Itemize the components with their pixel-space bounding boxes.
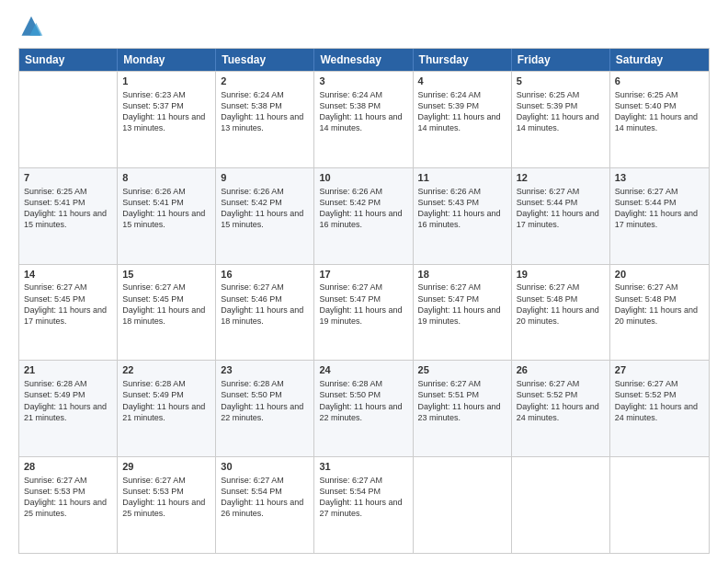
calendar-day-4: 4Sunrise: 6:24 AMSunset: 5:39 PMDaylight… bbox=[414, 72, 512, 167]
calendar-day-29: 29Sunrise: 6:27 AMSunset: 5:53 PMDayligh… bbox=[118, 457, 216, 553]
cell-info: Sunrise: 6:23 AMSunset: 5:37 PMDaylight:… bbox=[122, 89, 210, 134]
cell-info: Sunrise: 6:25 AMSunset: 5:39 PMDaylight:… bbox=[517, 89, 605, 134]
calendar-day-31: 31Sunrise: 6:27 AMSunset: 5:54 PMDayligh… bbox=[314, 457, 413, 553]
calendar-day-13: 13Sunrise: 6:27 AMSunset: 5:44 PMDayligh… bbox=[610, 168, 709, 264]
header-day-tuesday: Tuesday bbox=[216, 49, 314, 71]
day-number: 17 bbox=[319, 268, 407, 282]
calendar-day-16: 16Sunrise: 6:27 AMSunset: 5:46 PMDayligh… bbox=[216, 265, 314, 361]
day-number: 8 bbox=[122, 171, 210, 185]
calendar-day-24: 24Sunrise: 6:28 AMSunset: 5:50 PMDayligh… bbox=[314, 361, 413, 456]
cell-info: Sunrise: 6:26 AMSunset: 5:42 PMDaylight:… bbox=[319, 186, 407, 231]
day-number: 30 bbox=[221, 460, 309, 474]
cell-info: Sunrise: 6:28 AMSunset: 5:50 PMDaylight:… bbox=[319, 378, 407, 423]
cell-info: Sunrise: 6:26 AMSunset: 5:42 PMDaylight:… bbox=[221, 186, 309, 231]
cell-info: Sunrise: 6:27 AMSunset: 5:44 PMDaylight:… bbox=[517, 186, 605, 231]
calendar-empty-cell bbox=[414, 457, 512, 553]
day-number: 19 bbox=[517, 268, 605, 282]
cell-info: Sunrise: 6:27 AMSunset: 5:53 PMDaylight:… bbox=[24, 475, 112, 520]
day-number: 31 bbox=[319, 460, 407, 474]
cell-info: Sunrise: 6:27 AMSunset: 5:46 PMDaylight:… bbox=[221, 282, 309, 327]
cell-info: Sunrise: 6:27 AMSunset: 5:52 PMDaylight:… bbox=[615, 378, 704, 423]
page: SundayMondayTuesdayWednesdayThursdayFrid… bbox=[0, 0, 728, 563]
day-number: 24 bbox=[319, 363, 407, 377]
calendar-empty-cell bbox=[610, 457, 709, 553]
day-number: 25 bbox=[418, 363, 506, 377]
calendar-day-11: 11Sunrise: 6:26 AMSunset: 5:43 PMDayligh… bbox=[414, 168, 512, 264]
cell-info: Sunrise: 6:27 AMSunset: 5:44 PMDaylight:… bbox=[615, 186, 704, 231]
day-number: 11 bbox=[418, 171, 506, 185]
day-number: 7 bbox=[24, 171, 112, 185]
day-number: 23 bbox=[221, 363, 309, 377]
calendar-week-1: 1Sunrise: 6:23 AMSunset: 5:37 PMDaylight… bbox=[19, 71, 709, 167]
calendar-day-20: 20Sunrise: 6:27 AMSunset: 5:48 PMDayligh… bbox=[610, 265, 709, 361]
calendar-day-12: 12Sunrise: 6:27 AMSunset: 5:44 PMDayligh… bbox=[512, 168, 610, 264]
cell-info: Sunrise: 6:27 AMSunset: 5:54 PMDaylight:… bbox=[319, 475, 407, 520]
cell-info: Sunrise: 6:28 AMSunset: 5:49 PMDaylight:… bbox=[122, 378, 210, 423]
calendar-day-3: 3Sunrise: 6:24 AMSunset: 5:38 PMDaylight… bbox=[314, 72, 413, 167]
header-day-monday: Monday bbox=[118, 49, 216, 71]
header bbox=[18, 15, 710, 40]
header-day-wednesday: Wednesday bbox=[314, 49, 413, 71]
day-number: 2 bbox=[221, 75, 309, 88]
day-number: 10 bbox=[319, 171, 407, 185]
cell-info: Sunrise: 6:27 AMSunset: 5:45 PMDaylight:… bbox=[122, 282, 210, 327]
calendar-day-6: 6Sunrise: 6:25 AMSunset: 5:40 PMDaylight… bbox=[610, 72, 709, 167]
calendar-day-23: 23Sunrise: 6:28 AMSunset: 5:50 PMDayligh… bbox=[216, 361, 314, 456]
cell-info: Sunrise: 6:27 AMSunset: 5:51 PMDaylight:… bbox=[418, 378, 506, 423]
header-day-thursday: Thursday bbox=[414, 49, 512, 71]
calendar-day-2: 2Sunrise: 6:24 AMSunset: 5:38 PMDaylight… bbox=[216, 72, 314, 167]
calendar-week-5: 28Sunrise: 6:27 AMSunset: 5:53 PMDayligh… bbox=[19, 456, 709, 553]
cell-info: Sunrise: 6:27 AMSunset: 5:53 PMDaylight:… bbox=[122, 475, 210, 520]
calendar-day-25: 25Sunrise: 6:27 AMSunset: 5:51 PMDayligh… bbox=[414, 361, 512, 456]
logo bbox=[18, 15, 48, 40]
calendar-day-1: 1Sunrise: 6:23 AMSunset: 5:37 PMDaylight… bbox=[118, 72, 216, 167]
day-number: 18 bbox=[418, 268, 506, 282]
day-number: 26 bbox=[517, 363, 605, 377]
cell-info: Sunrise: 6:27 AMSunset: 5:54 PMDaylight:… bbox=[221, 475, 309, 520]
day-number: 12 bbox=[517, 171, 605, 185]
day-number: 14 bbox=[24, 268, 112, 282]
day-number: 3 bbox=[319, 75, 407, 88]
calendar-day-30: 30Sunrise: 6:27 AMSunset: 5:54 PMDayligh… bbox=[216, 457, 314, 553]
calendar-day-26: 26Sunrise: 6:27 AMSunset: 5:52 PMDayligh… bbox=[512, 361, 610, 456]
day-number: 5 bbox=[517, 75, 605, 88]
calendar-day-10: 10Sunrise: 6:26 AMSunset: 5:42 PMDayligh… bbox=[314, 168, 413, 264]
day-number: 27 bbox=[615, 363, 704, 377]
calendar-day-21: 21Sunrise: 6:28 AMSunset: 5:49 PMDayligh… bbox=[19, 361, 118, 456]
header-day-saturday: Saturday bbox=[610, 49, 709, 71]
calendar-body: 1Sunrise: 6:23 AMSunset: 5:37 PMDaylight… bbox=[19, 71, 709, 553]
calendar-day-28: 28Sunrise: 6:27 AMSunset: 5:53 PMDayligh… bbox=[19, 457, 118, 553]
day-number: 15 bbox=[122, 268, 210, 282]
day-number: 13 bbox=[615, 171, 704, 185]
header-day-sunday: Sunday bbox=[19, 49, 118, 71]
calendar-day-14: 14Sunrise: 6:27 AMSunset: 5:45 PMDayligh… bbox=[19, 265, 118, 361]
header-day-friday: Friday bbox=[512, 49, 610, 71]
day-number: 6 bbox=[615, 75, 704, 88]
calendar-day-18: 18Sunrise: 6:27 AMSunset: 5:47 PMDayligh… bbox=[414, 265, 512, 361]
day-number: 16 bbox=[221, 268, 309, 282]
calendar-week-2: 7Sunrise: 6:25 AMSunset: 5:41 PMDaylight… bbox=[19, 167, 709, 264]
cell-info: Sunrise: 6:26 AMSunset: 5:43 PMDaylight:… bbox=[418, 186, 506, 231]
calendar-day-9: 9Sunrise: 6:26 AMSunset: 5:42 PMDaylight… bbox=[216, 168, 314, 264]
cell-info: Sunrise: 6:28 AMSunset: 5:49 PMDaylight:… bbox=[24, 378, 112, 423]
calendar-day-22: 22Sunrise: 6:28 AMSunset: 5:49 PMDayligh… bbox=[118, 361, 216, 456]
calendar-day-7: 7Sunrise: 6:25 AMSunset: 5:41 PMDaylight… bbox=[19, 168, 118, 264]
calendar-day-17: 17Sunrise: 6:27 AMSunset: 5:47 PMDayligh… bbox=[314, 265, 413, 361]
day-number: 29 bbox=[122, 460, 210, 474]
day-number: 22 bbox=[122, 363, 210, 377]
cell-info: Sunrise: 6:27 AMSunset: 5:48 PMDaylight:… bbox=[615, 282, 704, 327]
calendar-day-19: 19Sunrise: 6:27 AMSunset: 5:48 PMDayligh… bbox=[512, 265, 610, 361]
cell-info: Sunrise: 6:24 AMSunset: 5:38 PMDaylight:… bbox=[319, 89, 407, 134]
cell-info: Sunrise: 6:26 AMSunset: 5:41 PMDaylight:… bbox=[122, 186, 210, 231]
calendar-week-4: 21Sunrise: 6:28 AMSunset: 5:49 PMDayligh… bbox=[19, 360, 709, 456]
logo-icon bbox=[18, 15, 44, 40]
calendar-empty-cell bbox=[512, 457, 610, 553]
cell-info: Sunrise: 6:27 AMSunset: 5:47 PMDaylight:… bbox=[319, 282, 407, 327]
calendar-day-5: 5Sunrise: 6:25 AMSunset: 5:39 PMDaylight… bbox=[512, 72, 610, 167]
cell-info: Sunrise: 6:28 AMSunset: 5:50 PMDaylight:… bbox=[221, 378, 309, 423]
calendar-day-27: 27Sunrise: 6:27 AMSunset: 5:52 PMDayligh… bbox=[610, 361, 709, 456]
day-number: 4 bbox=[418, 75, 506, 88]
cell-info: Sunrise: 6:27 AMSunset: 5:48 PMDaylight:… bbox=[517, 282, 605, 327]
cell-info: Sunrise: 6:27 AMSunset: 5:52 PMDaylight:… bbox=[517, 378, 605, 423]
day-number: 9 bbox=[221, 171, 309, 185]
